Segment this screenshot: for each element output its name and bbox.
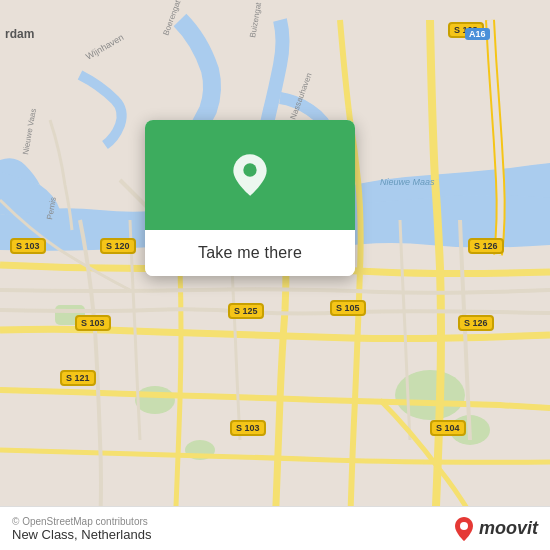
map-container: Wijnhaven Boerengat Buizengat Nassauhave… <box>0 0 550 550</box>
svg-point-18 <box>460 522 468 530</box>
road-shield-s103b: S 103 <box>75 315 111 331</box>
road-shield-s126b: S 126 <box>458 315 494 331</box>
take-me-there-button[interactable]: Take me there <box>145 230 355 276</box>
osm-attribution: © OpenStreetMap contributors <box>12 516 151 527</box>
road-shield-s103c: S 103 <box>230 420 266 436</box>
svg-point-3 <box>135 386 175 414</box>
moovit-logo: moovit <box>453 515 538 543</box>
location-pin-icon <box>225 150 275 200</box>
popup-green-area <box>145 120 355 230</box>
road-shield-s125: S 125 <box>228 303 264 319</box>
bottom-bar: © OpenStreetMap contributors New Class, … <box>0 506 550 550</box>
road-shield-s105: S 105 <box>330 300 366 316</box>
location-name: New Class, Netherlands <box>12 527 151 542</box>
road-shield-s121: S 121 <box>60 370 96 386</box>
svg-point-17 <box>243 163 256 176</box>
moovit-pin-icon <box>453 515 475 543</box>
road-shield-s103a: S 103 <box>10 238 46 254</box>
highway-shield-a16: A16 <box>465 28 490 40</box>
svg-point-1 <box>395 370 465 420</box>
bottom-left-info: © OpenStreetMap contributors New Class, … <box>12 516 151 542</box>
svg-text:rdam: rdam <box>5 27 34 41</box>
svg-text:Nieuwe Maas: Nieuwe Maas <box>380 177 435 187</box>
popup-card: Take me there <box>145 120 355 276</box>
road-shield-s120: S 120 <box>100 238 136 254</box>
moovit-brand-text: moovit <box>479 518 538 539</box>
road-shield-s126a: S 126 <box>468 238 504 254</box>
road-shield-s104: S 104 <box>430 420 466 436</box>
